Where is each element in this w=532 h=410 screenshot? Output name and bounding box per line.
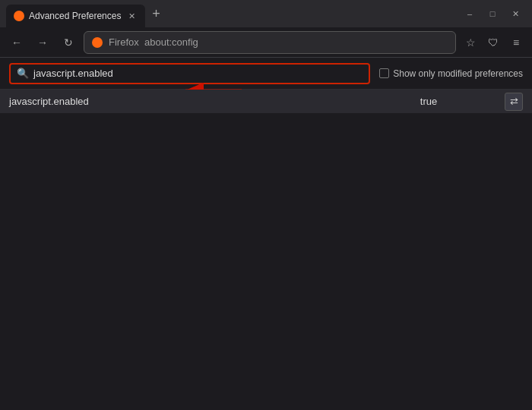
url-site-name: Firefox about:config: [109, 36, 198, 48]
preference-value: true: [353, 96, 505, 107]
forward-button[interactable]: →: [32, 32, 53, 53]
url-favicon: [92, 37, 103, 48]
tab-label: Advanced Preferences: [29, 11, 121, 21]
shield-icon[interactable]: 🛡: [483, 33, 503, 52]
filter-right: Show only modified preferences: [379, 68, 523, 79]
bookmark-icon[interactable]: ☆: [461, 33, 480, 52]
back-button[interactable]: ←: [6, 32, 27, 53]
tab-bar: Advanced Preferences ✕ +: [6, 0, 456, 27]
navigation-bar: ← → ↻ Firefox about:config ☆ 🛡 ≡: [0, 27, 532, 58]
window-controls: – □ ✕: [459, 3, 526, 24]
search-box[interactable]: 🔍 javascript.enabled: [9, 63, 370, 84]
tab-favicon: [14, 11, 24, 21]
title-bar: Advanced Preferences ✕ + – □ ✕: [0, 0, 532, 27]
show-modified-wrap[interactable]: Show only modified preferences: [379, 68, 523, 79]
table-row[interactable]: javascript.enabled true ⇄: [0, 90, 532, 114]
nav-right-controls: ☆ 🛡 ≡: [461, 33, 526, 52]
tab-close-button[interactable]: ✕: [125, 10, 138, 22]
show-modified-label: Show only modified preferences: [393, 68, 523, 79]
search-icon: 🔍: [17, 68, 29, 79]
toggle-button[interactable]: ⇄: [505, 93, 523, 111]
url-bar[interactable]: Firefox about:config: [84, 31, 456, 54]
url-address: about:config: [144, 36, 198, 48]
reload-button[interactable]: ↻: [58, 32, 79, 53]
preference-name: javascript.enabled: [9, 96, 353, 107]
show-modified-checkbox[interactable]: [379, 68, 389, 78]
content-area: javascript.enabled true ⇄: [0, 90, 532, 114]
active-tab[interactable]: Advanced Preferences ✕: [6, 5, 145, 27]
menu-icon[interactable]: ≡: [506, 33, 526, 52]
preference-actions: ⇄: [505, 93, 523, 111]
filter-bar: 🔍 javascript.enabled Show only modified …: [0, 58, 532, 90]
close-button[interactable]: ✕: [505, 3, 526, 24]
minimize-button[interactable]: –: [459, 3, 480, 24]
search-input[interactable]: javascript.enabled: [33, 68, 363, 79]
maximize-button[interactable]: □: [482, 3, 503, 24]
new-tab-button[interactable]: +: [145, 3, 166, 24]
